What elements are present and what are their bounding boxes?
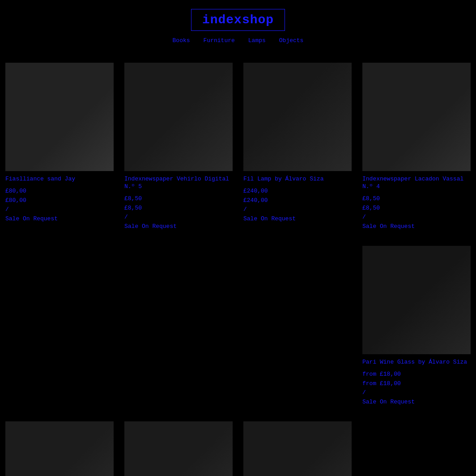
grid-cell-r2-c3: [238, 239, 357, 414]
product-price2-p5: from £18,00: [362, 379, 471, 389]
product-separator-p5: /: [362, 388, 471, 398]
product-name-p5: Pari Wine Glass by Álvaro Siza: [362, 359, 471, 366]
product-price1-p5: from £18,00: [362, 370, 471, 379]
nav-item-objects[interactable]: Objects: [279, 37, 304, 44]
product-price-p4: £8,50£8,50/Sale On Request: [362, 194, 471, 232]
product-price1-p4: £8,50: [362, 194, 471, 204]
product-sale-p2: Sale On Request: [124, 222, 233, 232]
grid-cell-r3-c1[interactable]: Vase F by Álvaro Sizafrom £80,00from £80…: [0, 414, 119, 476]
product-separator-p3: /: [243, 205, 352, 214]
grid-cell-r1-c2[interactable]: Indexnewspaper Vehirlo Digital N.º 5£8,5…: [119, 56, 238, 239]
site-header: indexshop BooksFurnitureLampsObjects: [0, 0, 476, 56]
grid-cell-r2-c4[interactable]: Pari Wine Glass by Álvaro Sizafrom £18,0…: [357, 239, 476, 414]
product-price2-p2: £8,50: [124, 204, 233, 213]
product-image-p8: [243, 421, 352, 476]
product-name-p3: Fil Lamp by Álvaro Siza: [243, 176, 352, 183]
product-separator-p4: /: [362, 213, 471, 222]
nav-item-books[interactable]: Books: [173, 37, 190, 44]
nav-item-lamps[interactable]: Lamps: [248, 37, 266, 44]
grid-cell-r3-c3[interactable]: G1710 GAFPA Primary Structure£25,00£25,0…: [238, 414, 357, 476]
nav-item-furniture[interactable]: Furniture: [204, 37, 235, 44]
product-image-p5: [362, 246, 471, 354]
grid-cell-r2-c1: [0, 239, 119, 414]
product-separator-p1: /: [5, 205, 114, 214]
product-grid: Fiaslliance sand Jay£80,00£80,00/Sale On…: [0, 56, 476, 476]
product-image-p2: [124, 63, 233, 171]
product-price-p3: £240,00£240,00/Sale On Request: [243, 187, 352, 224]
product-image-p3: [243, 63, 352, 171]
product-sale-p1: Sale On Request: [5, 214, 114, 224]
product-price1-p3: £240,00: [243, 187, 352, 196]
product-sale-p3: Sale On Request: [243, 214, 352, 224]
site-logo[interactable]: indexshop: [191, 9, 285, 31]
product-separator-p2: /: [124, 213, 233, 222]
grid-cell-r1-c3[interactable]: Fil Lamp by Álvaro Siza£240,00£240,00/Sa…: [238, 56, 357, 239]
product-sale-p4: Sale On Request: [362, 222, 471, 232]
product-price2-p4: £8,50: [362, 204, 471, 213]
product-price1-p2: £8,50: [124, 194, 233, 204]
product-price-p2: £8,50£8,50/Sale On Request: [124, 194, 233, 232]
product-image-p1: [5, 63, 114, 171]
product-price2-p1: £80,00: [5, 196, 114, 206]
grid-cell-r3-c4: [357, 414, 476, 476]
product-name-p2: Indexnewspaper Vehirlo Digital N.º 5: [124, 176, 233, 191]
product-image-p6: [5, 421, 114, 476]
product-price-p1: £80,00£80,00/Sale On Request: [5, 187, 114, 224]
main-nav: BooksFurnitureLampsObjects: [0, 37, 476, 44]
product-image-p7: [124, 421, 233, 476]
grid-cell-r1-c4[interactable]: Indexnewspaper Lacadon Vassal N.º 4£8,50…: [357, 56, 476, 239]
product-name-p1: Fiaslliance sand Jay: [5, 176, 114, 183]
product-sale-p5: Sale On Request: [362, 398, 471, 407]
product-price1-p1: £80,00: [5, 187, 114, 196]
product-name-p4: Indexnewspaper Lacadon Vassal N.º 4: [362, 176, 471, 191]
product-price2-p3: £240,00: [243, 196, 352, 206]
product-grid-container: Fiaslliance sand Jay£80,00£80,00/Sale On…: [0, 56, 476, 476]
grid-cell-r2-c2: [119, 239, 238, 414]
grid-cell-r1-c1[interactable]: Fiaslliance sand Jay£80,00£80,00/Sale On…: [0, 56, 119, 239]
grid-cell-r3-c2[interactable]: Vase T by Álvaro Sizafrom £80,00from £80…: [119, 414, 238, 476]
product-image-p4: [362, 63, 471, 171]
product-price-p5: from £18,00from £18,00/Sale On Request: [362, 370, 471, 407]
